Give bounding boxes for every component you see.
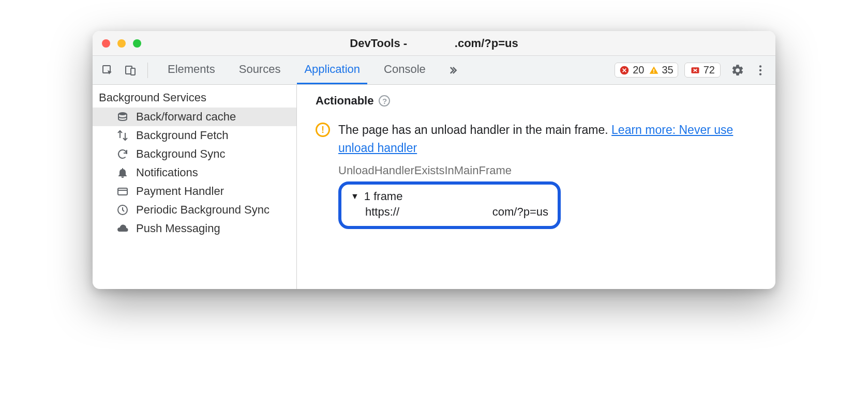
svg-point-10 [118, 112, 127, 115]
warning-row: ! The page has an unload handler in the … [316, 121, 760, 157]
sidebar-item-notifications[interactable]: Notifications [93, 163, 296, 182]
warning-icon [649, 65, 659, 75]
svg-rect-4 [653, 69, 654, 71]
reason-code: UnloadHandlerExistsInMainFrame [338, 164, 760, 177]
sidebar: Background Services Back/forward cache B… [93, 85, 297, 289]
toolbar: Elements Sources Application Console 20 … [93, 56, 775, 85]
toolbar-divider [147, 63, 148, 78]
sidebar-item-label: Push Messaging [136, 222, 220, 235]
window-title-suffix: .com/?p=us [455, 37, 518, 50]
issues-button[interactable]: 72 [684, 63, 721, 78]
svg-point-8 [759, 69, 761, 71]
more-tabs-button[interactable] [442, 56, 463, 84]
sidebar-item-payment-handler[interactable]: Payment Handler [93, 182, 296, 201]
console-counts-button[interactable]: 20 35 [615, 63, 678, 78]
issue-icon [690, 65, 700, 75]
svg-point-9 [759, 73, 761, 75]
card-icon [115, 184, 130, 199]
titlebar: DevTools - .com/?p=us [93, 31, 775, 56]
window-title: DevTools - .com/?p=us [93, 37, 775, 50]
warning-count: 35 [649, 64, 674, 76]
frame-summary: 1 frame [364, 190, 403, 203]
settings-button[interactable] [728, 60, 747, 80]
cloud-icon [115, 221, 130, 236]
inspect-element-button[interactable] [98, 60, 117, 80]
tab-sources[interactable]: Sources [232, 56, 288, 84]
chevron-down-icon: ▼ [351, 192, 359, 201]
sidebar-heading: Background Services [93, 87, 296, 108]
sidebar-item-label: Notifications [136, 166, 198, 179]
frame-url[interactable]: https:// com/?p=us [351, 203, 548, 219]
sidebar-item-periodic-background-sync[interactable]: Periodic Background Sync [93, 201, 296, 219]
sidebar-item-label: Payment Handler [136, 185, 224, 198]
device-toggle-button[interactable] [121, 60, 140, 80]
more-options-button[interactable] [751, 60, 770, 80]
zoom-window-button[interactable] [133, 39, 141, 48]
sidebar-item-push-messaging[interactable]: Push Messaging [93, 219, 296, 238]
help-icon[interactable]: ? [379, 95, 390, 107]
svg-rect-5 [653, 72, 654, 73]
frame-toggle[interactable]: ▼ 1 frame [351, 190, 548, 203]
tab-console[interactable]: Console [377, 56, 433, 84]
sync-icon [115, 147, 130, 161]
sidebar-item-back-forward-cache[interactable]: Back/forward cache [93, 108, 296, 126]
database-icon [115, 110, 130, 124]
close-window-button[interactable] [102, 39, 110, 48]
bell-icon [115, 165, 130, 180]
tab-application[interactable]: Application [297, 56, 367, 84]
section-title: Actionable ? [316, 94, 760, 108]
window-title-prefix: DevTools - [350, 37, 410, 50]
window-controls [93, 39, 141, 48]
sidebar-item-background-sync[interactable]: Background Sync [93, 145, 296, 163]
error-count: 20 [619, 64, 644, 76]
sidebar-item-label: Background Fetch [136, 129, 229, 142]
sidebar-item-label: Background Sync [136, 147, 225, 161]
svg-rect-2 [131, 68, 135, 75]
clock-icon [115, 203, 130, 217]
error-icon [619, 65, 630, 75]
svg-point-7 [759, 65, 761, 67]
panel-tabs: Elements Sources Application Console [160, 56, 463, 84]
main-panel: Background Services Back/forward cache B… [93, 85, 775, 289]
svg-rect-11 [118, 188, 127, 195]
sidebar-item-label: Back/forward cache [136, 110, 236, 124]
warning-message: The page has an unload handler in the ma… [338, 121, 760, 157]
sidebar-item-background-fetch[interactable]: Background Fetch [93, 126, 296, 145]
warning-badge-icon: ! [316, 123, 330, 137]
content-panel: Actionable ? ! The page has an unload ha… [297, 85, 775, 289]
frame-callout: ▼ 1 frame https:// com/?p=us [338, 181, 561, 229]
devtools-window: DevTools - .com/?p=us Elements Sources A… [93, 31, 775, 289]
tab-elements[interactable]: Elements [160, 56, 222, 84]
swap-icon [115, 128, 130, 143]
minimize-window-button[interactable] [117, 39, 126, 48]
sidebar-item-label: Periodic Background Sync [136, 203, 270, 217]
